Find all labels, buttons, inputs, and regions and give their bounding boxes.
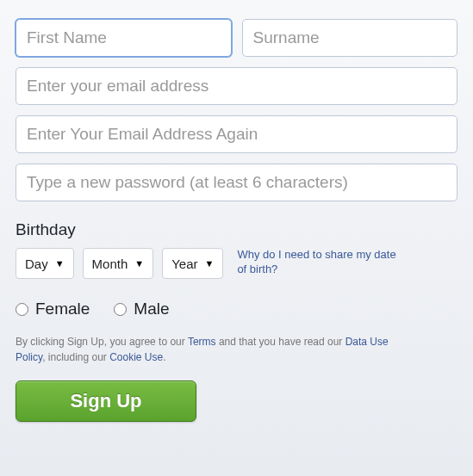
- birthday-row: Day ▼ Month ▼ Year ▼ Why do I need to sh…: [16, 248, 457, 279]
- dob-help-link[interactable]: Why do I need to share my date of birth?: [237, 248, 401, 277]
- gender-male-label: Male: [134, 300, 169, 318]
- terms-link[interactable]: Terms: [188, 336, 216, 348]
- year-select-value: Year: [171, 257, 197, 271]
- gender-male-radio[interactable]: [114, 303, 127, 316]
- chevron-down-icon: ▼: [204, 258, 214, 269]
- gender-female-radio[interactable]: [16, 303, 28, 316]
- chevron-down-icon: ▼: [134, 258, 144, 269]
- birthday-label: Birthday: [16, 220, 457, 239]
- email-confirm-input[interactable]: [16, 115, 457, 153]
- sign-up-button[interactable]: Sign Up: [16, 380, 196, 422]
- surname-input[interactable]: [242, 19, 458, 57]
- first-name-input[interactable]: [16, 19, 232, 57]
- legal-text: By clicking Sign Up, you agree to our Te…: [16, 334, 412, 365]
- gender-female-option[interactable]: Female: [16, 300, 90, 318]
- email-input[interactable]: [16, 67, 457, 105]
- month-select[interactable]: Month ▼: [83, 248, 154, 279]
- gender-row: Female Male: [16, 300, 457, 318]
- cookie-use-link[interactable]: Cookie Use: [109, 351, 163, 363]
- year-select[interactable]: Year ▼: [162, 248, 223, 279]
- day-select-value: Day: [25, 257, 48, 271]
- gender-male-option[interactable]: Male: [114, 300, 169, 318]
- password-input[interactable]: [16, 164, 457, 201]
- month-select-value: Month: [92, 257, 128, 271]
- chevron-down-icon: ▼: [55, 258, 65, 269]
- gender-female-label: Female: [35, 300, 90, 318]
- day-select[interactable]: Day ▼: [16, 248, 74, 279]
